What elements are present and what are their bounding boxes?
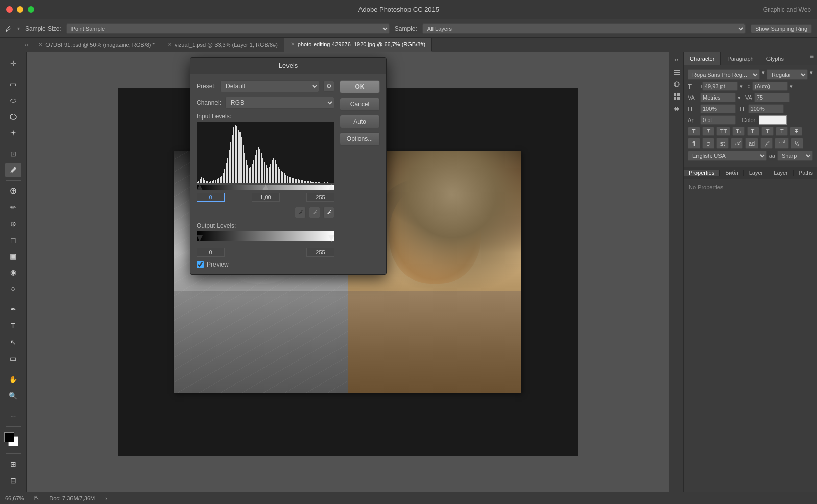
glyphs-tab[interactable]: Glyphs [760,52,790,65]
zoom-tool[interactable]: 🔍 [5,389,21,403]
baseline-input[interactable] [700,115,736,125]
fraction-half-button[interactable]: ½ [791,138,803,149]
tab-o7dbf91[interactable]: ✕ O7DBF91.psd @ 50% (magazine, RGB/8) * [32,38,161,52]
elliptical-marquee-tool[interactable]: ⬭ [5,93,21,108]
tab-collapse-icon[interactable]: ‹‹ [20,38,32,52]
tab-close-2[interactable]: ✕ [167,42,172,47]
link-panel-icon[interactable] [671,103,682,114]
rectangular-marquee-tool[interactable]: ▭ [5,77,21,91]
input-black-handle[interactable] [197,184,203,190]
input-white-value[interactable] [306,193,334,202]
small-caps-button[interactable]: TT [732,127,745,136]
input-slider-track[interactable] [197,185,334,190]
options-button[interactable]: Options... [340,132,380,146]
bold-button[interactable]: T [688,127,700,136]
preset-select[interactable]: Default [220,80,319,92]
clone-stamp-tool[interactable]: ⊕ [5,217,21,231]
layers-panel-icon[interactable] [671,66,682,78]
tab-close-3[interactable]: ✕ [291,41,295,47]
foreground-color-swatch[interactable] [4,432,14,442]
leading-input[interactable] [752,82,788,91]
font-color-swatch[interactable] [759,115,787,125]
hand-tool[interactable]: ✋ [5,372,21,387]
paths-tab[interactable]: Paths [794,170,817,176]
input-mid-value[interactable] [252,193,280,202]
eyedropper-tool[interactable] [5,163,21,177]
output-white-value[interactable] [306,248,334,257]
magic-wand-tool[interactable] [5,126,21,140]
channel-select[interactable]: RGB [225,97,334,109]
white-eyedropper-button[interactable] [323,207,334,218]
stylistic-alt-button[interactable]: st [716,138,729,149]
subscript-button[interactable]: T [761,127,774,136]
lasso-tool[interactable] [5,110,21,124]
biblio-tab[interactable]: Библ [720,170,744,176]
spot-heal-tool[interactable] [5,184,21,198]
output-black-handle[interactable] [197,235,203,242]
input-white-handle[interactable] [328,184,334,190]
input-black-value[interactable] [197,193,225,202]
strikethrough-button[interactable]: T [790,127,802,136]
blur-tool[interactable]: ◉ [5,266,21,280]
layer-tab-2[interactable]: Layer [768,170,794,176]
layer-tab-1[interactable]: Layer [744,170,769,176]
screen-mode-button[interactable]: ⊞ [5,457,21,471]
ordinal-button[interactable]: 1st [775,138,788,149]
show-sampling-ring-button[interactable]: Show Sampling Ring [751,24,812,33]
gradient-tool[interactable]: ▣ [5,249,21,263]
more-tools-button[interactable]: ··· [5,410,21,424]
frame-mode-button[interactable]: ⊟ [5,473,21,488]
font-family-select[interactable]: Ropa Sans Pro Reg... [688,69,760,80]
auto-button[interactable]: Auto [340,115,380,128]
close-button[interactable] [6,6,13,13]
tab-vizual[interactable]: ✕ vizual_1.psd @ 33,3% (Layer 1, RGB/8#) [161,38,284,52]
tab-close-1[interactable]: ✕ [38,42,42,47]
ligature-button[interactable]: fi [688,138,700,149]
color-swatches[interactable] [4,432,22,450]
black-eyedropper-button[interactable] [295,207,306,218]
minimize-button[interactable] [17,6,23,13]
italic-button[interactable]: T [702,127,714,136]
old-style-button[interactable]: σ [702,138,714,149]
shape-tool[interactable]: ▭ [5,351,21,366]
character-tab[interactable]: Character [684,52,721,65]
language-select[interactable]: English: USA [688,151,767,161]
preview-checkbox[interactable] [197,261,204,268]
scale-h-input[interactable] [700,104,736,113]
cancel-button[interactable]: Cancel [340,98,380,111]
eraser-tool[interactable]: ◻ [5,233,21,247]
kerning-input[interactable] [700,93,736,102]
underline-button[interactable]: T [776,127,788,136]
move-tool[interactable]: ✛ [5,56,21,70]
gray-eyedropper-button[interactable] [309,207,320,218]
font-size-input[interactable] [702,82,738,91]
input-gray-handle[interactable] [262,184,269,190]
antialiasing-select[interactable]: Sharp [777,151,813,161]
type-tool[interactable]: T [5,319,21,333]
properties-tab[interactable]: Properties [684,170,720,176]
superscript-button[interactable]: T1 [747,127,759,136]
swash-button[interactable]: 𝒜 [731,138,743,149]
panel-minimize-icon[interactable]: ‹‹ [671,54,682,65]
all-caps-button[interactable]: TT [716,127,730,136]
paragraph-tab[interactable]: Paragraph [721,52,760,65]
sample-size-select[interactable]: Point Sample [66,23,390,34]
ok-button[interactable]: OK [340,80,380,93]
tab-photo-editing[interactable]: ✕ photo-editing-429676_1920.jpg @ 66,7% … [284,38,432,52]
dodge-tool[interactable]: ○ [5,281,21,296]
traffic-lights[interactable] [6,6,34,13]
font-style-select[interactable]: Regular [767,69,808,80]
discretionary-lig-button[interactable]: ad [745,138,758,149]
path-select-tool[interactable]: ↖ [5,335,21,349]
channels-panel-icon[interactable] [671,79,682,90]
grid-panel-icon[interactable] [671,91,682,102]
scale-v-input[interactable] [748,104,784,113]
output-white-handle[interactable] [328,235,334,242]
preset-settings-button[interactable]: ⚙ [323,81,334,92]
pen-tool[interactable]: ✒ [5,302,21,317]
panel-menu-icon[interactable]: ≡ [807,52,817,65]
crop-tool[interactable]: ⊡ [5,147,21,161]
brush-tool[interactable]: ✏ [5,200,21,214]
output-black-value[interactable] [197,248,225,257]
fractions-button[interactable]: 𝒻 [760,138,773,149]
